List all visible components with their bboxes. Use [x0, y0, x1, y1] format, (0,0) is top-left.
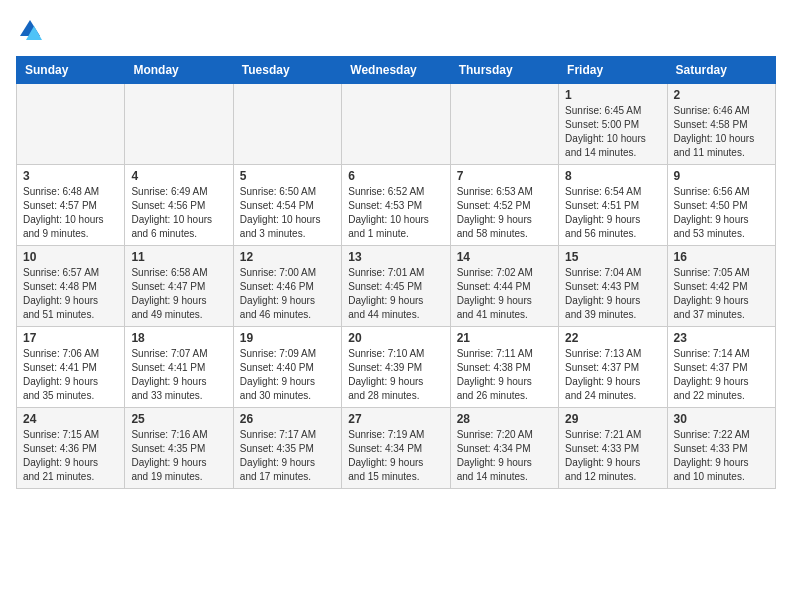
- day-number: 12: [240, 250, 335, 264]
- calendar-cell: 30Sunrise: 7:22 AM Sunset: 4:33 PM Dayli…: [667, 408, 775, 489]
- calendar-cell: 11Sunrise: 6:58 AM Sunset: 4:47 PM Dayli…: [125, 246, 233, 327]
- day-number: 14: [457, 250, 552, 264]
- day-info: Sunrise: 7:01 AM Sunset: 4:45 PM Dayligh…: [348, 266, 443, 322]
- day-info: Sunrise: 7:05 AM Sunset: 4:42 PM Dayligh…: [674, 266, 769, 322]
- weekday-header: Saturday: [667, 57, 775, 84]
- calendar-cell: 12Sunrise: 7:00 AM Sunset: 4:46 PM Dayli…: [233, 246, 341, 327]
- calendar-cell: 23Sunrise: 7:14 AM Sunset: 4:37 PM Dayli…: [667, 327, 775, 408]
- weekday-header-row: SundayMondayTuesdayWednesdayThursdayFrid…: [17, 57, 776, 84]
- day-info: Sunrise: 7:16 AM Sunset: 4:35 PM Dayligh…: [131, 428, 226, 484]
- day-number: 16: [674, 250, 769, 264]
- day-number: 10: [23, 250, 118, 264]
- calendar-cell: 27Sunrise: 7:19 AM Sunset: 4:34 PM Dayli…: [342, 408, 450, 489]
- calendar-cell: 16Sunrise: 7:05 AM Sunset: 4:42 PM Dayli…: [667, 246, 775, 327]
- day-number: 27: [348, 412, 443, 426]
- calendar-cell: [342, 84, 450, 165]
- calendar-week-row: 24Sunrise: 7:15 AM Sunset: 4:36 PM Dayli…: [17, 408, 776, 489]
- day-number: 24: [23, 412, 118, 426]
- day-number: 28: [457, 412, 552, 426]
- day-number: 19: [240, 331, 335, 345]
- day-info: Sunrise: 6:57 AM Sunset: 4:48 PM Dayligh…: [23, 266, 118, 322]
- day-info: Sunrise: 6:53 AM Sunset: 4:52 PM Dayligh…: [457, 185, 552, 241]
- weekday-header: Thursday: [450, 57, 558, 84]
- calendar-cell: 29Sunrise: 7:21 AM Sunset: 4:33 PM Dayli…: [559, 408, 667, 489]
- day-info: Sunrise: 7:04 AM Sunset: 4:43 PM Dayligh…: [565, 266, 660, 322]
- day-info: Sunrise: 6:46 AM Sunset: 4:58 PM Dayligh…: [674, 104, 769, 160]
- day-number: 5: [240, 169, 335, 183]
- calendar-table: SundayMondayTuesdayWednesdayThursdayFrid…: [16, 56, 776, 489]
- day-number: 3: [23, 169, 118, 183]
- day-info: Sunrise: 6:48 AM Sunset: 4:57 PM Dayligh…: [23, 185, 118, 241]
- weekday-header: Tuesday: [233, 57, 341, 84]
- day-info: Sunrise: 7:15 AM Sunset: 4:36 PM Dayligh…: [23, 428, 118, 484]
- logo-icon: [16, 16, 44, 44]
- day-info: Sunrise: 7:19 AM Sunset: 4:34 PM Dayligh…: [348, 428, 443, 484]
- day-info: Sunrise: 7:11 AM Sunset: 4:38 PM Dayligh…: [457, 347, 552, 403]
- day-info: Sunrise: 7:06 AM Sunset: 4:41 PM Dayligh…: [23, 347, 118, 403]
- calendar-week-row: 3Sunrise: 6:48 AM Sunset: 4:57 PM Daylig…: [17, 165, 776, 246]
- calendar-cell: 4Sunrise: 6:49 AM Sunset: 4:56 PM Daylig…: [125, 165, 233, 246]
- day-info: Sunrise: 6:45 AM Sunset: 5:00 PM Dayligh…: [565, 104, 660, 160]
- calendar-cell: 18Sunrise: 7:07 AM Sunset: 4:41 PM Dayli…: [125, 327, 233, 408]
- weekday-header: Monday: [125, 57, 233, 84]
- day-number: 13: [348, 250, 443, 264]
- day-info: Sunrise: 6:58 AM Sunset: 4:47 PM Dayligh…: [131, 266, 226, 322]
- calendar-cell: 6Sunrise: 6:52 AM Sunset: 4:53 PM Daylig…: [342, 165, 450, 246]
- calendar-cell: 10Sunrise: 6:57 AM Sunset: 4:48 PM Dayli…: [17, 246, 125, 327]
- day-info: Sunrise: 7:02 AM Sunset: 4:44 PM Dayligh…: [457, 266, 552, 322]
- day-info: Sunrise: 7:07 AM Sunset: 4:41 PM Dayligh…: [131, 347, 226, 403]
- day-info: Sunrise: 7:00 AM Sunset: 4:46 PM Dayligh…: [240, 266, 335, 322]
- day-number: 7: [457, 169, 552, 183]
- day-info: Sunrise: 7:20 AM Sunset: 4:34 PM Dayligh…: [457, 428, 552, 484]
- day-info: Sunrise: 6:52 AM Sunset: 4:53 PM Dayligh…: [348, 185, 443, 241]
- day-number: 6: [348, 169, 443, 183]
- day-info: Sunrise: 7:22 AM Sunset: 4:33 PM Dayligh…: [674, 428, 769, 484]
- day-number: 15: [565, 250, 660, 264]
- weekday-header: Sunday: [17, 57, 125, 84]
- day-number: 22: [565, 331, 660, 345]
- day-number: 25: [131, 412, 226, 426]
- calendar-cell: 25Sunrise: 7:16 AM Sunset: 4:35 PM Dayli…: [125, 408, 233, 489]
- calendar-cell: 20Sunrise: 7:10 AM Sunset: 4:39 PM Dayli…: [342, 327, 450, 408]
- day-info: Sunrise: 6:50 AM Sunset: 4:54 PM Dayligh…: [240, 185, 335, 241]
- day-info: Sunrise: 7:17 AM Sunset: 4:35 PM Dayligh…: [240, 428, 335, 484]
- calendar-cell: 26Sunrise: 7:17 AM Sunset: 4:35 PM Dayli…: [233, 408, 341, 489]
- calendar-cell: 19Sunrise: 7:09 AM Sunset: 4:40 PM Dayli…: [233, 327, 341, 408]
- calendar-cell: 2Sunrise: 6:46 AM Sunset: 4:58 PM Daylig…: [667, 84, 775, 165]
- day-number: 8: [565, 169, 660, 183]
- day-info: Sunrise: 7:10 AM Sunset: 4:39 PM Dayligh…: [348, 347, 443, 403]
- calendar-cell: 15Sunrise: 7:04 AM Sunset: 4:43 PM Dayli…: [559, 246, 667, 327]
- calendar-week-row: 17Sunrise: 7:06 AM Sunset: 4:41 PM Dayli…: [17, 327, 776, 408]
- day-number: 2: [674, 88, 769, 102]
- calendar-cell: 8Sunrise: 6:54 AM Sunset: 4:51 PM Daylig…: [559, 165, 667, 246]
- day-info: Sunrise: 6:49 AM Sunset: 4:56 PM Dayligh…: [131, 185, 226, 241]
- page-header: [16, 16, 776, 44]
- day-number: 20: [348, 331, 443, 345]
- logo: [16, 16, 48, 44]
- day-number: 18: [131, 331, 226, 345]
- day-number: 29: [565, 412, 660, 426]
- calendar-cell: [450, 84, 558, 165]
- day-number: 23: [674, 331, 769, 345]
- calendar-cell: 14Sunrise: 7:02 AM Sunset: 4:44 PM Dayli…: [450, 246, 558, 327]
- day-number: 21: [457, 331, 552, 345]
- calendar-cell: 21Sunrise: 7:11 AM Sunset: 4:38 PM Dayli…: [450, 327, 558, 408]
- day-info: Sunrise: 7:13 AM Sunset: 4:37 PM Dayligh…: [565, 347, 660, 403]
- calendar-cell: 1Sunrise: 6:45 AM Sunset: 5:00 PM Daylig…: [559, 84, 667, 165]
- calendar-cell: 5Sunrise: 6:50 AM Sunset: 4:54 PM Daylig…: [233, 165, 341, 246]
- calendar-week-row: 10Sunrise: 6:57 AM Sunset: 4:48 PM Dayli…: [17, 246, 776, 327]
- day-info: Sunrise: 7:14 AM Sunset: 4:37 PM Dayligh…: [674, 347, 769, 403]
- calendar-cell: 22Sunrise: 7:13 AM Sunset: 4:37 PM Dayli…: [559, 327, 667, 408]
- calendar-cell: 7Sunrise: 6:53 AM Sunset: 4:52 PM Daylig…: [450, 165, 558, 246]
- calendar-cell: 17Sunrise: 7:06 AM Sunset: 4:41 PM Dayli…: [17, 327, 125, 408]
- day-info: Sunrise: 7:09 AM Sunset: 4:40 PM Dayligh…: [240, 347, 335, 403]
- day-number: 9: [674, 169, 769, 183]
- calendar-cell: [233, 84, 341, 165]
- day-number: 11: [131, 250, 226, 264]
- weekday-header: Friday: [559, 57, 667, 84]
- calendar-cell: 9Sunrise: 6:56 AM Sunset: 4:50 PM Daylig…: [667, 165, 775, 246]
- day-number: 4: [131, 169, 226, 183]
- calendar-cell: 28Sunrise: 7:20 AM Sunset: 4:34 PM Dayli…: [450, 408, 558, 489]
- day-number: 26: [240, 412, 335, 426]
- calendar-cell: 13Sunrise: 7:01 AM Sunset: 4:45 PM Dayli…: [342, 246, 450, 327]
